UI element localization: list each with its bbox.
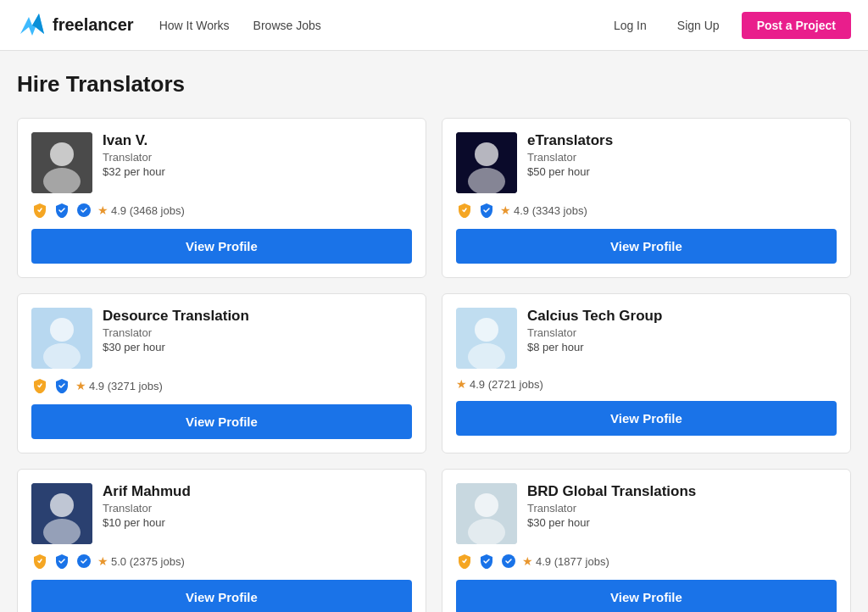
card-info: Ivan V. Translator $32 per hour xyxy=(103,132,412,178)
card-role: Translator xyxy=(527,502,837,515)
star-icon: ★ xyxy=(456,377,467,391)
star-icon: ★ xyxy=(522,554,533,568)
signup-button[interactable]: Sign Up xyxy=(669,14,728,37)
card-name: Desource Translation xyxy=(103,308,412,325)
card-info: Calcius Tech Group Translator $8 per hou… xyxy=(527,308,837,353)
badge-check-blue xyxy=(478,553,495,570)
card-rate: $10 per hour xyxy=(103,516,412,529)
avatar-ivan-v xyxy=(31,132,92,193)
main-content: Hire Translators Ivan V. Translator $32 … xyxy=(0,51,868,612)
freelancer-card-desource: Desource Translation Translator $30 per … xyxy=(17,293,426,453)
star-icon: ★ xyxy=(97,554,108,568)
card-top: Ivan V. Translator $32 per hour xyxy=(31,132,412,193)
badge-check-blue xyxy=(53,377,70,394)
rating-value: 4.9 (3343 jobs) xyxy=(514,204,587,217)
card-name: eTranslators xyxy=(527,132,837,149)
card-badges: ★ 4.9 (3271 jobs) xyxy=(31,377,412,394)
card-name: Arif Mahmud xyxy=(103,483,412,500)
svg-point-10 xyxy=(50,318,74,342)
star-icon: ★ xyxy=(500,203,511,217)
header-actions: Log In Sign Up Post a Project xyxy=(605,12,851,39)
card-badges: ★ 4.9 (1877 jobs) xyxy=(456,553,837,570)
post-project-button[interactable]: Post a Project xyxy=(742,12,851,39)
nav-how-it-works[interactable]: How It Works xyxy=(159,19,230,32)
freelancer-card-calcius: Calcius Tech Group Translator $8 per hou… xyxy=(442,293,851,453)
freelancer-card-brd: BRD Global Translations Translator $30 p… xyxy=(442,469,851,612)
card-role: Translator xyxy=(527,151,837,164)
rating-value: 4.9 (3468 jobs) xyxy=(111,204,185,217)
badge-shield-orange xyxy=(31,553,48,570)
rating-value: 4.9 (3271 jobs) xyxy=(89,380,163,392)
star-rating: ★ 4.9 (3468 jobs) xyxy=(97,203,185,217)
card-top: Desource Translation Translator $30 per … xyxy=(31,308,412,369)
card-info: Arif Mahmud Translator $10 per hour xyxy=(103,483,412,529)
card-info: eTranslators Translator $50 per hour xyxy=(527,132,837,178)
login-button[interactable]: Log In xyxy=(605,14,655,37)
card-role: Translator xyxy=(103,502,412,515)
avatar-desource xyxy=(31,308,92,369)
badge-shield-orange xyxy=(31,202,48,219)
card-rate: $30 per hour xyxy=(103,341,412,353)
freelancer-card-arif: Arif Mahmud Translator $10 per hour ★ 5.… xyxy=(17,469,426,612)
avatar-arif xyxy=(31,483,92,544)
page-title: Hire Translators xyxy=(17,71,851,97)
nav-browse-jobs[interactable]: Browse Jobs xyxy=(253,19,321,32)
freelancer-card-ivan-v: Ivan V. Translator $32 per hour ★ 4.9 (3… xyxy=(17,118,426,278)
card-top: Arif Mahmud Translator $10 per hour xyxy=(31,483,412,544)
card-info: Desource Translation Translator $30 per … xyxy=(103,308,412,353)
avatar-brd xyxy=(456,483,517,544)
badge-check-blue xyxy=(478,202,495,219)
badge-shield-orange xyxy=(456,202,473,219)
logo-text: freelancer xyxy=(53,15,134,35)
star-icon: ★ xyxy=(97,203,108,217)
main-nav: How It Works Browse Jobs xyxy=(159,19,605,32)
badge-verified-blue xyxy=(75,553,92,570)
card-info: BRD Global Translations Translator $30 p… xyxy=(527,483,837,529)
card-role: Translator xyxy=(527,326,837,339)
badge-shield-orange xyxy=(456,553,473,570)
badge-check-blue xyxy=(53,202,70,219)
site-header: freelancer How It Works Browse Jobs Log … xyxy=(0,0,868,51)
card-name: BRD Global Translations xyxy=(527,483,837,500)
star-rating: ★ 4.9 (3271 jobs) xyxy=(75,379,163,392)
star-rating: ★ 4.9 (1877 jobs) xyxy=(522,554,609,568)
star-rating: ★ 4.9 (3343 jobs) xyxy=(500,203,587,217)
rating-value: 4.9 (2721 jobs) xyxy=(470,378,543,391)
freelancer-grid: Ivan V. Translator $32 per hour ★ 4.9 (3… xyxy=(17,118,851,612)
card-role: Translator xyxy=(103,326,412,339)
view-profile-button-arif[interactable]: View Profile xyxy=(31,580,412,612)
rating-value: 5.0 (2375 jobs) xyxy=(111,555,185,568)
logo[interactable]: freelancer xyxy=(17,10,134,41)
badge-verified-blue xyxy=(75,202,92,219)
rating-value: 4.9 (1877 jobs) xyxy=(536,555,609,568)
card-role: Translator xyxy=(103,151,412,164)
svg-point-3 xyxy=(50,142,74,166)
card-rate: $50 per hour xyxy=(527,165,837,178)
card-badges: ★ 4.9 (2721 jobs) xyxy=(456,377,837,391)
card-name: Calcius Tech Group xyxy=(527,308,837,325)
svg-point-7 xyxy=(475,142,498,166)
badge-shield-orange xyxy=(31,377,48,394)
view-profile-button-desource[interactable]: View Profile xyxy=(31,404,412,439)
card-name: Ivan V. xyxy=(103,132,412,149)
svg-point-13 xyxy=(475,318,498,342)
avatar-calcius xyxy=(456,308,517,369)
card-rate: $30 per hour xyxy=(527,516,837,529)
card-top: BRD Global Translations Translator $30 p… xyxy=(456,483,837,544)
card-rate: $32 per hour xyxy=(103,165,412,178)
star-rating: ★ 5.0 (2375 jobs) xyxy=(97,554,185,568)
card-badges: ★ 5.0 (2375 jobs) xyxy=(31,553,412,570)
avatar-etranslators xyxy=(456,132,517,193)
svg-point-16 xyxy=(50,493,74,517)
view-profile-button-brd[interactable]: View Profile xyxy=(456,580,837,612)
card-rate: $8 per hour xyxy=(527,341,837,353)
card-top: eTranslators Translator $50 per hour xyxy=(456,132,837,193)
logo-icon xyxy=(17,10,47,41)
badge-verified-blue xyxy=(500,553,517,570)
view-profile-button-etranslators[interactable]: View Profile xyxy=(456,229,837,264)
view-profile-button-calcius[interactable]: View Profile xyxy=(456,401,837,436)
view-profile-button-ivan-v[interactable]: View Profile xyxy=(31,229,412,264)
badge-check-blue xyxy=(53,553,70,570)
svg-point-20 xyxy=(475,493,498,517)
star-rating: ★ 4.9 (2721 jobs) xyxy=(456,377,543,391)
